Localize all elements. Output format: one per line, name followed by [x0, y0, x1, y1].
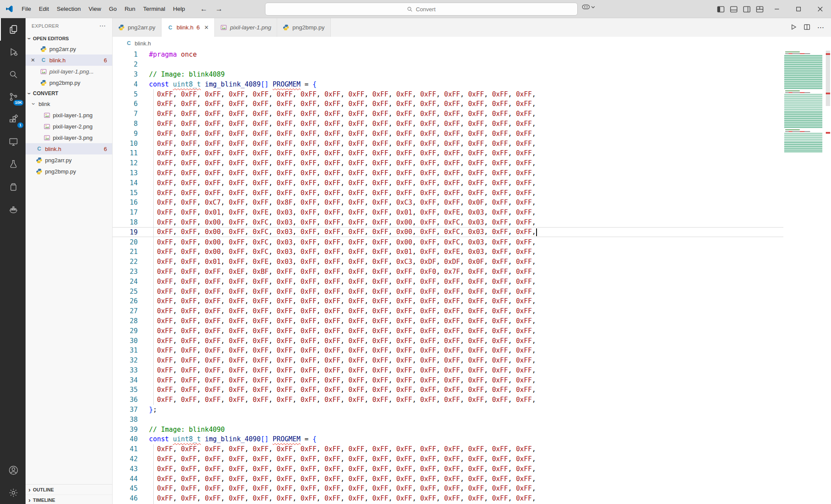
- open-editor-blink.h[interactable]: ✕Cblink.h6: [26, 55, 112, 66]
- forward-arrow-icon[interactable]: →: [215, 5, 223, 13]
- line-number[interactable]: 27: [113, 307, 149, 315]
- code-line[interactable]: 9 0xFF, 0xFF, 0xFF, 0xFF, 0xFF, 0xFF, 0x…: [113, 128, 783, 138]
- section-outline[interactable]: ›OUTLINE: [26, 485, 112, 495]
- menu-view[interactable]: View: [85, 3, 105, 15]
- customize-layout-icon[interactable]: [753, 3, 766, 16]
- line-number[interactable]: 29: [113, 327, 149, 335]
- activity-accounts-icon[interactable]: [0, 459, 26, 482]
- line-number[interactable]: 22: [113, 258, 149, 266]
- code-line[interactable]: 14 0xFF, 0xFF, 0xFF, 0xFF, 0xFF, 0xFF, 0…: [113, 178, 783, 188]
- line-number[interactable]: 40: [113, 435, 149, 443]
- section-timeline[interactable]: ›TIMELINE: [26, 495, 112, 504]
- tree-item-pixil-layer-2.png[interactable]: pixil-layer-2.png: [26, 121, 112, 132]
- code-line[interactable]: 45 0xFF, 0xFF, 0xFF, 0xFF, 0xFF, 0xFF, 0…: [113, 484, 783, 494]
- line-number[interactable]: 25: [113, 288, 149, 295]
- code-line[interactable]: 19 0xFF, 0xFF, 0x00, 0xFF, 0xFC, 0x03, 0…: [113, 227, 783, 237]
- line-number[interactable]: 30: [113, 337, 149, 345]
- line-number[interactable]: 2: [113, 61, 149, 68]
- code-line[interactable]: 46 0xFF, 0xFF, 0xFF, 0xFF, 0xFF, 0xFF, 0…: [113, 494, 783, 504]
- activity-testing-icon[interactable]: [0, 153, 26, 176]
- open-editors-section-header[interactable]: › OPEN EDITORS: [26, 33, 112, 43]
- menu-terminal[interactable]: Terminal: [139, 3, 169, 15]
- overview-ruler[interactable]: [825, 50, 831, 504]
- code-line[interactable]: 35 0xFF, 0xFF, 0xFF, 0xFF, 0xFF, 0xFF, 0…: [113, 385, 783, 395]
- close-tab-icon[interactable]: ✕: [204, 24, 209, 31]
- activity-settings-icon[interactable]: [0, 482, 26, 504]
- line-number[interactable]: 1: [113, 51, 149, 58]
- code-line[interactable]: 23 0xFF, 0xFF, 0xFF, 0xEF, 0xBF, 0xFF, 0…: [113, 267, 783, 277]
- activity-remote-explorer-icon[interactable]: [0, 131, 26, 153]
- activity-explorer-icon[interactable]: [0, 18, 26, 41]
- close-button[interactable]: [809, 0, 831, 18]
- tree-item-pixil-layer-3.png[interactable]: pixil-layer-3.png: [26, 132, 112, 143]
- code-line[interactable]: 30 0xFF, 0xFF, 0xFF, 0xFF, 0xFF, 0xFF, 0…: [113, 336, 783, 346]
- activity-search-icon[interactable]: [0, 63, 26, 86]
- code-line[interactable]: 4const uint8_t img_blink_4089[] PROGMEM …: [113, 79, 783, 89]
- line-number[interactable]: 10: [113, 140, 149, 148]
- code-line[interactable]: 41 0xFF, 0xFF, 0xFF, 0xFF, 0xFF, 0xFF, 0…: [113, 444, 783, 454]
- code-line[interactable]: 34 0xFF, 0xFF, 0xFF, 0xFF, 0xFF, 0xFF, 0…: [113, 375, 783, 385]
- code-line[interactable]: 27 0xFF, 0xFF, 0xFF, 0xFF, 0xFF, 0xFF, 0…: [113, 306, 783, 316]
- code-line[interactable]: 11 0xFF, 0xFF, 0xFF, 0xFF, 0xFF, 0xFF, 0…: [113, 148, 783, 158]
- line-number[interactable]: 18: [113, 218, 149, 226]
- activity-run-and-debug-icon[interactable]: [0, 41, 26, 63]
- menu-file[interactable]: File: [18, 3, 35, 15]
- line-number[interactable]: 14: [113, 179, 149, 187]
- minimap[interactable]: [783, 50, 831, 504]
- line-number[interactable]: 46: [113, 494, 149, 502]
- line-number[interactable]: 20: [113, 238, 149, 246]
- code-line[interactable]: 1#pragma once: [113, 50, 783, 60]
- open-editor-pixil-layer-1.png...[interactable]: pixil-layer-1.png...: [26, 66, 112, 77]
- code-line[interactable]: 8 0xFF, 0xFF, 0xFF, 0xFF, 0xFF, 0xFF, 0x…: [113, 119, 783, 129]
- menu-go[interactable]: Go: [105, 3, 121, 15]
- code-line[interactable]: 37};: [113, 405, 783, 415]
- activity-source-control-icon[interactable]: 10K: [0, 86, 26, 108]
- line-number[interactable]: 28: [113, 317, 149, 325]
- code-line[interactable]: 3// Image: blink4089: [113, 70, 783, 80]
- toggle-panel-icon[interactable]: [727, 3, 740, 16]
- activity-containers-icon[interactable]: [0, 176, 26, 198]
- line-number[interactable]: 17: [113, 209, 149, 216]
- split-editor-icon[interactable]: [804, 24, 810, 32]
- line-number[interactable]: 13: [113, 169, 149, 177]
- line-number[interactable]: 35: [113, 386, 149, 394]
- code-line[interactable]: 24 0xFF, 0xFF, 0xFF, 0xFF, 0xFF, 0xFF, 0…: [113, 276, 783, 286]
- line-number[interactable]: 4: [113, 80, 149, 88]
- line-number[interactable]: 6: [113, 100, 149, 108]
- line-number[interactable]: 36: [113, 396, 149, 404]
- maximize-button[interactable]: [788, 0, 809, 18]
- code-line[interactable]: 20 0xFF, 0xFF, 0x00, 0xFF, 0xFC, 0x03, 0…: [113, 237, 783, 247]
- line-number[interactable]: 12: [113, 159, 149, 167]
- activity-docker-icon[interactable]: [0, 198, 26, 221]
- code-line[interactable]: 13 0xFF, 0xFF, 0xFF, 0xFF, 0xFF, 0xFF, 0…: [113, 168, 783, 178]
- close-editor-icon[interactable]: ✕: [31, 57, 35, 63]
- code-line[interactable]: 29 0xFF, 0xFF, 0xFF, 0xFF, 0xFF, 0xFF, 0…: [113, 326, 783, 336]
- open-editor-png2arr.py[interactable]: png2arr.py: [26, 43, 112, 55]
- line-number[interactable]: 3: [113, 71, 149, 78]
- code-line[interactable]: 12 0xFF, 0xFF, 0xFF, 0xFF, 0xFF, 0xFF, 0…: [113, 158, 783, 168]
- line-number[interactable]: 31: [113, 347, 149, 354]
- line-number[interactable]: 44: [113, 475, 149, 483]
- line-number[interactable]: 41: [113, 445, 149, 453]
- line-number[interactable]: 19: [113, 228, 149, 236]
- tree-item-png2arr.py[interactable]: png2arr.py: [26, 154, 112, 166]
- tab-pixil-layer-1.png[interactable]: pixil-layer-1.png: [215, 18, 277, 37]
- code-line[interactable]: 6 0xFF, 0xFF, 0xFF, 0xFF, 0xFF, 0xFF, 0x…: [113, 99, 783, 109]
- more-actions-icon[interactable]: ⋯: [817, 23, 824, 32]
- code-line[interactable]: 42 0xFF, 0xFF, 0xFF, 0xFF, 0xFF, 0xFF, 0…: [113, 454, 783, 464]
- code-line[interactable]: 38: [113, 414, 783, 424]
- line-number[interactable]: 21: [113, 248, 149, 256]
- code-line[interactable]: 2: [113, 60, 783, 70]
- line-number[interactable]: 37: [113, 406, 149, 414]
- line-number[interactable]: 23: [113, 268, 149, 276]
- line-number[interactable]: 16: [113, 199, 149, 206]
- minimize-button[interactable]: [766, 0, 788, 18]
- code-editor[interactable]: 1#pragma once23// Image: blink40894const…: [113, 50, 831, 504]
- code-line[interactable]: 36 0xFF, 0xFF, 0xFF, 0xFF, 0xFF, 0xFF, 0…: [113, 395, 783, 405]
- code-line[interactable]: 39// Image: blink4090: [113, 424, 783, 434]
- line-number[interactable]: 11: [113, 149, 149, 157]
- code-line[interactable]: 44 0xFF, 0xFF, 0xFF, 0xFF, 0xFF, 0xFF, 0…: [113, 474, 783, 484]
- code-line[interactable]: 5 0xFF, 0xFF, 0xFF, 0xFF, 0xFF, 0xFF, 0x…: [113, 89, 783, 99]
- back-arrow-icon[interactable]: ←: [200, 5, 207, 13]
- explorer-more-actions-icon[interactable]: ⋯: [99, 22, 106, 30]
